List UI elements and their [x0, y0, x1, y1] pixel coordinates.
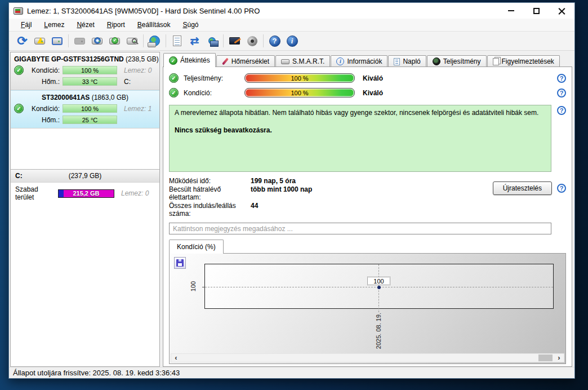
- save-chart-icon[interactable]: [174, 257, 186, 269]
- partition-name: C:: [15, 172, 23, 180]
- pages-icon: [493, 58, 499, 65]
- health-status-advice: Nincs szükség beavatkozásra.: [175, 126, 546, 134]
- chart-ytick-label: 100: [188, 278, 198, 295]
- help-icon[interactable]: [557, 106, 566, 115]
- performance-rating: Kiváló: [363, 74, 383, 82]
- thermometer-icon: [222, 57, 229, 65]
- scrollbar-thumb[interactable]: [538, 354, 553, 361]
- chart-tab-row: Kondíció (%): [169, 240, 566, 254]
- disk-monitor-icon[interactable]: [48, 33, 66, 49]
- help-icon[interactable]: [557, 74, 566, 83]
- stat-label: Összes indulás/leállás száma:: [169, 202, 251, 218]
- sidebar-empty-space: [11, 205, 159, 366]
- drive-condition-row: Kondíció: 100 % Lemez: 0: [14, 65, 156, 75]
- condition-rating: Kiváló: [363, 89, 383, 97]
- condition-meter: 100 %: [244, 88, 355, 98]
- drive-item-gigabyte[interactable]: GIGABYTE GP-GSTFS31256GTND (238,5 GB) Ko…: [11, 52, 159, 90]
- maximize-button[interactable]: [524, 3, 549, 19]
- toolbar-separator: [263, 34, 264, 47]
- refresh-icon[interactable]: [14, 33, 31, 49]
- content-area: GIGABYTE GP-GSTFS31256GTND (238,5 GB) Ko…: [9, 51, 574, 367]
- performance-meter: 100 %: [244, 73, 355, 83]
- info-icon[interactable]: [283, 33, 301, 49]
- stat-power-on-time: Működési idő: 199 nap, 5 óra: [169, 177, 493, 185]
- sync-icon[interactable]: [186, 33, 203, 49]
- main-panel: Áttekintés Hőmérséklet S.M.A.R.T. Inform…: [160, 52, 573, 367]
- minimize-button[interactable]: [498, 3, 524, 19]
- tab-label: Információk: [347, 57, 382, 65]
- info-icon: [336, 57, 344, 65]
- menu-file[interactable]: Fájl: [15, 19, 38, 30]
- menu-report[interactable]: Riport: [101, 19, 131, 30]
- disk-warning-icon[interactable]: [31, 33, 48, 49]
- menu-bar: Fájl Lemez Nézet Riport Beállítások Súgó: [9, 19, 574, 32]
- temperature-label: Hőm.:: [24, 116, 60, 124]
- drive-item-seagate-selected[interactable]: ST32000641AS (1863,0 GB) Kondíció: 100 %…: [11, 90, 159, 128]
- network-computer-icon[interactable]: [203, 33, 221, 49]
- chart-ytick-mark: [202, 287, 205, 287]
- help-icon[interactable]: [557, 88, 566, 98]
- tab-overview[interactable]: Áttekintés: [163, 53, 216, 67]
- condition-label: Kondíció:: [24, 105, 60, 113]
- tab-alerts[interactable]: Figyelmeztetések: [487, 55, 560, 67]
- health-status-text: A merevlemez állapota hibátlan. Nem talá…: [175, 109, 546, 117]
- window-title: Lemez: 1, ST32000641AS [9WM05V0D] - Hard…: [27, 7, 260, 15]
- drive-list-empty-space: [11, 128, 159, 169]
- menu-help[interactable]: Súgó: [176, 19, 204, 30]
- tab-temperature[interactable]: Hőmérséklet: [216, 55, 275, 67]
- comment-input[interactable]: [169, 223, 551, 234]
- title-bar: Lemez: 1, ST32000641AS [9WM05V0D] - Hard…: [9, 3, 574, 19]
- sound-icon[interactable]: [243, 33, 261, 49]
- drive-name: GIGABYTE GP-GSTFS31256GTND: [14, 55, 124, 63]
- help-icon[interactable]: [266, 33, 283, 49]
- tab-label: Áttekintés: [180, 56, 210, 64]
- partition-header[interactable]: C: (237,9 GB): [11, 170, 159, 183]
- disk-search-icon[interactable]: [123, 33, 141, 49]
- disk-accept-icon[interactable]: [106, 33, 123, 49]
- status-bar: Állapot utoljára frissítve: 2025. 08. 19…: [9, 367, 574, 378]
- menu-settings[interactable]: Beállítások: [131, 19, 177, 30]
- free-space-meter: 215,2 GB: [58, 189, 114, 198]
- tab-performance[interactable]: Teljesítmény: [427, 55, 487, 67]
- remote-monitor-icon[interactable]: [226, 33, 243, 49]
- report-icon[interactable]: [168, 33, 186, 49]
- disk-icon: [281, 59, 289, 64]
- tab-bar: Áttekintés Hőmérséklet S.M.A.R.T. Inform…: [163, 53, 572, 67]
- free-space-label: Szabad terület: [15, 185, 58, 201]
- toolbar: [9, 32, 574, 51]
- window-controls: [498, 3, 574, 19]
- partition-panel: C: (237,9 GB) Szabad terület 215,2 GB Le…: [11, 169, 159, 205]
- tab-information[interactable]: Információk: [331, 55, 387, 67]
- scroll-right-icon[interactable]: ›: [554, 354, 564, 362]
- stat-label: Működési idő:: [169, 177, 251, 185]
- toolbar-separator: [166, 34, 166, 47]
- disk-number-label: Lemez: 0: [121, 189, 149, 197]
- help-icon[interactable]: [557, 184, 566, 193]
- chart-xtick-label: 2025. 08. 19.: [375, 311, 382, 351]
- drive-name: ST32000641AS: [42, 94, 90, 101]
- disk-disabled-icon[interactable]: [71, 33, 88, 49]
- retest-button[interactable]: Újratesztelés: [493, 181, 552, 195]
- menu-disk[interactable]: Lemez: [38, 19, 70, 30]
- close-button[interactable]: [549, 3, 574, 19]
- condition-meter: 100 %: [63, 104, 117, 113]
- stat-start-stop-count: Összes indulás/leállás száma: 44: [169, 202, 493, 218]
- status-text: Állapot utoljára frissítve: 2025. 08. 19…: [13, 369, 180, 377]
- tab-smart[interactable]: S.M.A.R.T.: [275, 55, 330, 67]
- performance-label: Teljesítmény:: [184, 74, 244, 82]
- disk-globe-icon[interactable]: [146, 33, 163, 49]
- chart-scrollbar[interactable]: ‹ ›: [171, 353, 564, 362]
- menu-view[interactable]: Nézet: [70, 19, 100, 30]
- chart-tab-condition[interactable]: Kondíció (%): [169, 240, 224, 254]
- stat-estimated-lifetime: Becsült hátralévő élettartam: több mint …: [169, 185, 493, 201]
- tab-log[interactable]: Napló: [388, 55, 426, 67]
- maximize-icon: [533, 8, 540, 14]
- tab-label: Napló: [403, 57, 420, 65]
- disk-clock-icon[interactable]: [88, 33, 106, 49]
- drive-sidebar: GIGABYTE GP-GSTFS31256GTND (238,5 GB) Ko…: [10, 52, 160, 367]
- scroll-left-icon[interactable]: ‹: [171, 354, 181, 362]
- temperature-label: Hőm.:: [24, 78, 60, 86]
- condition-label: Kondíció:: [184, 89, 244, 97]
- health-status-row: A merevlemez állapota hibátlan. Nem talá…: [169, 105, 566, 172]
- app-icon: [14, 7, 23, 15]
